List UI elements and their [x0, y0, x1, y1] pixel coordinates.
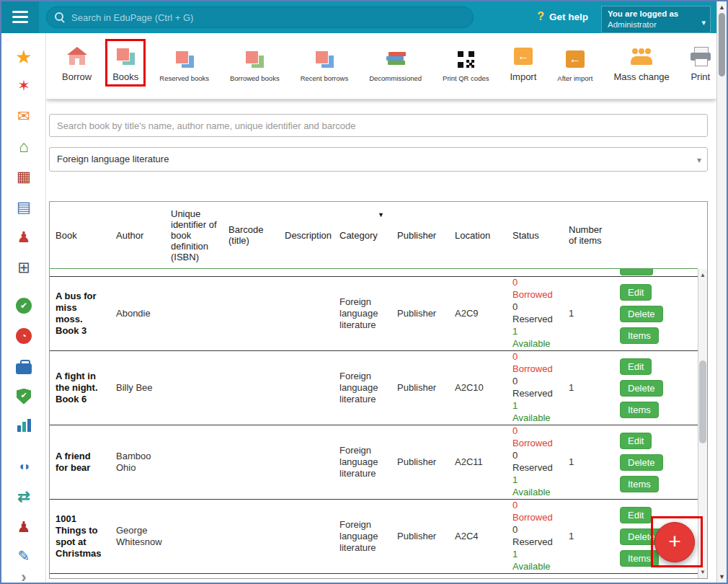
sidebar-item-lending[interactable]: ⇄	[1, 486, 46, 510]
delete-button[interactable]: Delete	[620, 306, 663, 322]
sidebar-item-control[interactable]: ✔	[1, 385, 46, 410]
cell-actions: Edit Delete Items	[617, 284, 698, 344]
table-scrollbar[interactable]: ▲ ▼	[698, 269, 707, 578]
cell-status: 0 Borrowed 0 Reserved 1 Available	[507, 500, 563, 572]
get-help-label: Get help	[549, 12, 588, 22]
edit-button[interactable]: Edit	[620, 433, 652, 449]
sidebar-item-statistics[interactable]	[1, 414, 46, 438]
toolbar-item-borrowed-books[interactable]: Borrowed books	[223, 39, 287, 87]
cell-book: 1001 Things to spot at Christmas	[50, 513, 110, 560]
hamburger-menu-button[interactable]	[1, 1, 39, 33]
toolbar-item-print-qr[interactable]: Print QR codes	[435, 39, 496, 87]
sidebar-item-calendar[interactable]: ⊞	[1, 257, 46, 281]
toolbar-item-mass-change[interactable]: Mass change	[606, 39, 676, 87]
toolbar-label: Books	[112, 71, 138, 82]
sidebar-item-timetable[interactable]: ▦	[1, 166, 46, 190]
sidebar-item-agenda[interactable]	[1, 355, 46, 379]
book-search-input[interactable]	[49, 114, 708, 137]
scroll-down-icon[interactable]: ▼	[698, 567, 707, 577]
borrowed-books-icon	[244, 49, 265, 69]
status-borrowed: 0 Borrowed	[512, 351, 557, 376]
delete-button[interactable]: Delete	[620, 454, 663, 471]
sidebar-item-absences[interactable]: ◔	[1, 324, 46, 349]
edupage-library-window: { "colors": { "topbar_teal": "#0f94b2", …	[0, 0, 728, 584]
help-icon: ?	[537, 10, 544, 23]
page-scrollbar-thumb[interactable]	[719, 13, 725, 76]
edit-button[interactable]: Edit	[620, 358, 652, 375]
toolbar-item-import[interactable]: ← Import	[502, 39, 543, 87]
column-header-book[interactable]: Book	[50, 230, 110, 241]
sidebar-item-library[interactable]: ◖◗	[1, 456, 46, 480]
sidebar-item-home[interactable]: ⌂	[1, 136, 46, 160]
table-row: A fight in the night. Book 6 Billy Bee F…	[50, 351, 698, 425]
edit-button[interactable]: Edit	[620, 507, 652, 523]
toolbar-item-after-import[interactable]: ← After import	[550, 39, 600, 87]
category-select[interactable]: Foreign language literature ▾	[49, 147, 708, 172]
sidebar-item-favorites[interactable]: ★	[1, 46, 46, 71]
items-button[interactable]: Items	[620, 476, 659, 492]
get-help-button[interactable]: ? Get help	[537, 10, 588, 23]
cell-book: A fight in the night. Book 6	[50, 371, 110, 406]
items-button[interactable]: Items	[620, 402, 659, 418]
column-header-author[interactable]: Author	[110, 230, 165, 241]
open-book-icon: ◖◗	[18, 460, 29, 472]
toolbar-label: Recent borrows	[301, 74, 349, 82]
items-button[interactable]: Items	[620, 550, 659, 567]
sidebar-item-supplies[interactable]: ✎	[1, 545, 46, 570]
scroll-down-icon[interactable]: ▼	[717, 572, 727, 582]
calendar-icon: ⊞	[17, 259, 30, 275]
clipped-items-button[interactable]	[620, 269, 653, 275]
delete-button[interactable]: Delete	[620, 380, 663, 397]
scroll-up-icon[interactable]: ▲	[698, 270, 707, 280]
column-header-publisher[interactable]: Publisher	[391, 230, 449, 241]
sidebar-item-elearning[interactable]: ▤	[1, 196, 46, 221]
cell-author: Billy Bee	[110, 382, 165, 394]
column-header-isbn[interactable]: Unique identifier of book definition (IS…	[165, 208, 223, 262]
cell-category: Foreign language literature	[334, 371, 391, 406]
toolbar-item-print[interactable]: Print	[683, 39, 718, 87]
sidebar-item-attendance[interactable]: ✔	[1, 294, 46, 319]
table-scrollbar-thumb[interactable]	[699, 360, 706, 443]
toolbar-label: Print	[691, 71, 710, 82]
column-header-items-count[interactable]: Number of items	[563, 224, 617, 246]
books-table: Book Author Unique identifier of book de…	[49, 201, 708, 579]
sidebar-item-users[interactable]: ♟	[1, 578, 46, 583]
cell-status: 0 Borrowed 0 Reserved 1 Available	[507, 351, 563, 424]
global-search-input[interactable]	[46, 6, 474, 28]
sidebar-item-students[interactable]: ♟	[1, 226, 46, 251]
status-reserved: 0 Reserved	[512, 301, 557, 326]
sidebar-item-messages[interactable]: ✉	[1, 105, 46, 130]
column-header-category[interactable]: ▼ Category	[334, 230, 391, 241]
column-header-location[interactable]: Location	[449, 230, 507, 241]
status-available: 1 Available	[512, 326, 557, 350]
toolbar-item-books[interactable]: Books	[105, 39, 146, 87]
cell-author: Bamboo Ohio	[110, 451, 165, 474]
toolbar-item-decommissioned[interactable]: Decommissioned	[362, 39, 429, 87]
add-book-button[interactable]: +	[654, 522, 695, 562]
sidebar-item-whats-new[interactable]: ✶	[1, 75, 46, 99]
decommissioned-books-icon	[386, 50, 406, 68]
table-row: A friend for bear Bamboo Ohio Foreign la…	[50, 425, 698, 500]
toolbar-item-reserved-books[interactable]: Reserved books	[152, 39, 216, 87]
reader-icon: ♟	[17, 518, 31, 535]
category-select-value: Foreign language literature	[57, 154, 169, 164]
column-header-description[interactable]: Description	[279, 230, 334, 241]
cell-location: A2C10	[449, 382, 507, 394]
column-header-status[interactable]: Status	[507, 230, 563, 241]
toolbar-label: Import	[510, 71, 536, 82]
cell-status: 0 Borrowed 0 Reserved 1 Available	[507, 425, 563, 498]
cell-count: 1	[563, 456, 617, 468]
toolbar-label: Reserved books	[159, 74, 209, 82]
scroll-up-icon[interactable]: ▲	[717, 2, 727, 12]
sidebar-item-readers[interactable]: ♟	[1, 516, 46, 541]
column-header-barcode[interactable]: Barcode (title)	[223, 224, 279, 246]
books-icon	[115, 46, 136, 66]
page-scrollbar[interactable]: ▲ ▼	[716, 1, 727, 583]
chevron-down-icon: ▾	[701, 18, 706, 27]
toolbar-item-recent-borrows[interactable]: Recent borrows	[293, 39, 356, 87]
logged-in-dropdown[interactable]: You are logged as Administrator ▾	[601, 6, 711, 33]
edit-button[interactable]: Edit	[620, 284, 652, 301]
envelope-icon: ✉	[17, 107, 30, 124]
items-button[interactable]: Items	[620, 327, 659, 344]
toolbar-item-borrow[interactable]: Borrow	[55, 39, 99, 87]
